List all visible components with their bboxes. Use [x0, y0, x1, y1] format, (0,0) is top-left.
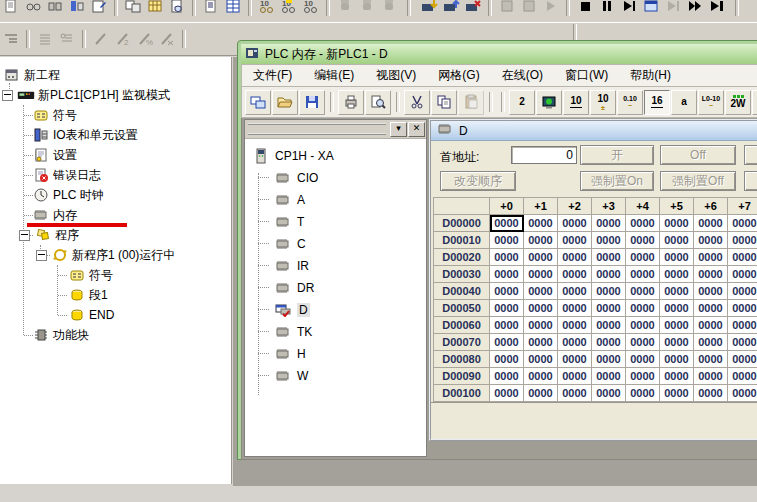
memory-cell[interactable]: 0000 — [558, 385, 592, 402]
memory-cell[interactable]: 0000 — [694, 283, 728, 300]
memory-cell[interactable]: 0000 — [490, 368, 524, 385]
online-gray-icon[interactable] — [496, 0, 518, 16]
memory-cell[interactable]: 0000 — [490, 215, 524, 232]
memory-cell[interactable]: 0000 — [490, 249, 524, 266]
memory-area-t[interactable]: T — [245, 211, 426, 233]
memory-cell[interactable]: 0000 — [626, 266, 660, 283]
memory-cell[interactable]: 0000 — [524, 334, 558, 351]
step-black-icon[interactable] — [618, 0, 640, 16]
play-gray-icon[interactable] — [540, 0, 562, 16]
step-gray-icon[interactable] — [662, 0, 684, 16]
memory-cell[interactable]: 0000 — [728, 266, 757, 283]
memory-cell[interactable]: 0000 — [694, 232, 728, 249]
menu-item-4[interactable]: 在线(O) — [491, 67, 554, 84]
plc-verify-icon[interactable] — [462, 0, 484, 16]
memory-cell[interactable]: 0000 — [558, 283, 592, 300]
memory-cell[interactable]: 0000 — [490, 385, 524, 402]
memory-cell[interactable]: 0000 — [660, 368, 694, 385]
memory-cell[interactable]: 0000 — [694, 351, 728, 368]
memory-cell[interactable]: 0000 — [592, 317, 626, 334]
d-window-titlebar[interactable]: D — [431, 121, 757, 141]
force-cancel-button[interactable]: 强制 — [744, 171, 757, 191]
cut-button[interactable] — [404, 90, 430, 115]
doc-shield-icon[interactable] — [166, 0, 188, 16]
memory-cell[interactable]: 0000 — [524, 351, 558, 368]
memory-cell[interactable]: 0000 — [626, 351, 660, 368]
memory-cell[interactable]: 0000 — [626, 215, 660, 232]
memory-cell[interactable]: 0000 — [490, 300, 524, 317]
indent-gray-icon[interactable] — [0, 29, 22, 49]
memory-cell[interactable]: 0000 — [626, 368, 660, 385]
memory-area-cio[interactable]: CIO — [245, 167, 426, 189]
memory-cell[interactable]: 0000 — [728, 283, 757, 300]
monitor-button[interactable] — [536, 90, 562, 115]
tree-item-error-log[interactable]: 错误日志 — [0, 165, 231, 185]
ffwd-black-icon[interactable] — [684, 0, 706, 16]
memory-cell[interactable]: 0000 — [660, 249, 694, 266]
memory-cell[interactable]: 0000 — [524, 249, 558, 266]
tree-item-new-program1[interactable]: 新程序1 (00)运行中 — [0, 245, 231, 265]
memory-area-a[interactable]: A — [245, 189, 426, 211]
plc-upload-icon[interactable] — [440, 0, 462, 16]
menu-item-1[interactable]: 编辑(E) — [303, 67, 365, 84]
menu-item-6[interactable]: 帮助(H) — [619, 67, 682, 84]
menu-item-2[interactable]: 视图(V) — [365, 67, 427, 84]
memory-cell[interactable]: 0000 — [490, 283, 524, 300]
start-address-input[interactable] — [511, 146, 577, 164]
format-word-bit-button[interactable]: L0-10~ — [698, 90, 724, 115]
collapse-expander[interactable] — [2, 90, 13, 101]
memory-cell[interactable]: 0000 — [592, 385, 626, 402]
step-window-blue-icon[interactable] — [640, 0, 662, 16]
memory-cell[interactable]: 0000 — [592, 368, 626, 385]
online-gray-icon[interactable] — [518, 0, 540, 16]
memory-cell[interactable]: 0000 — [728, 317, 757, 334]
grid-blue-icon[interactable] — [222, 0, 244, 16]
memory-area-h[interactable]: H — [245, 343, 426, 365]
memory-cell[interactable]: 0000 — [694, 266, 728, 283]
memory-cell[interactable]: 0000 — [592, 249, 626, 266]
memory-cell[interactable]: 0000 — [728, 232, 757, 249]
memory-cell[interactable]: 0000 — [728, 351, 757, 368]
tree-item-settings[interactable]: 设置 — [0, 145, 231, 165]
memory-cell[interactable]: 0000 — [660, 385, 694, 402]
memory-area-tk[interactable]: TK — [245, 321, 426, 343]
force-off-button[interactable]: 强制置Off — [660, 171, 736, 191]
edit-find-icon[interactable] — [0, 0, 22, 16]
format-binary-button[interactable]: 2 — [509, 90, 535, 115]
memory-cell[interactable]: 0000 — [524, 232, 558, 249]
tree-item-new-project[interactable]: 新工程 — [0, 65, 231, 85]
force-on-button[interactable]: 强制置On — [580, 171, 654, 191]
memory-cell[interactable]: 0000 — [524, 317, 558, 334]
memory-cell[interactable]: 0000 — [626, 232, 660, 249]
memory-cell[interactable]: 0000 — [524, 368, 558, 385]
cascade-button[interactable] — [245, 90, 271, 115]
memory-cell[interactable]: 0000 — [626, 300, 660, 317]
print-button[interactable] — [338, 90, 364, 115]
memory-cell[interactable]: 0000 — [490, 351, 524, 368]
memory-cell[interactable]: 0000 — [558, 334, 592, 351]
off-button[interactable]: Off — [660, 145, 736, 165]
memory-cell[interactable]: 0000 — [592, 283, 626, 300]
menu-item-5[interactable]: 窗口(W) — [554, 67, 619, 84]
memory-cell[interactable]: 0000 — [660, 266, 694, 283]
stop-black-icon[interactable] — [574, 0, 596, 16]
memory-cell[interactable]: 0000 — [490, 232, 524, 249]
format-text-button[interactable]: a — [671, 90, 697, 115]
memory-cell[interactable]: 0000 — [660, 351, 694, 368]
memory-cell[interactable]: 0000 — [694, 368, 728, 385]
memory-cell[interactable]: 0000 — [660, 283, 694, 300]
chevron-down-icon[interactable]: ▾ — [390, 122, 407, 137]
collapse-expander[interactable] — [36, 250, 47, 261]
grid-yellow-icon[interactable] — [144, 0, 166, 16]
memory-area-d[interactable]: D — [245, 299, 426, 321]
pen-3-gray-icon[interactable]: % — [134, 29, 156, 49]
memory-cell[interactable]: 0000 — [660, 215, 694, 232]
glasses-icon[interactable] — [22, 0, 44, 16]
change-order-button[interactable]: 改变顺序 — [440, 171, 516, 191]
memory-cell[interactable]: 0000 — [694, 215, 728, 232]
print-preview-button[interactable] — [365, 90, 391, 115]
memory-cell[interactable]: 0000 — [660, 232, 694, 249]
memory-cell[interactable]: 0000 — [558, 232, 592, 249]
memory-cell[interactable]: 0000 — [694, 300, 728, 317]
memory-cell[interactable]: 0000 — [490, 317, 524, 334]
